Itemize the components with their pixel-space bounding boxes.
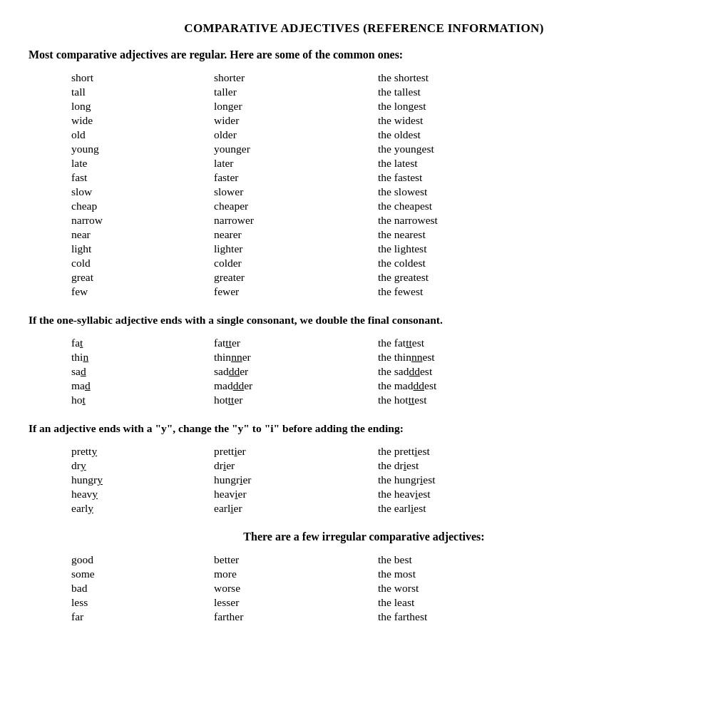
table-row: heavy heavier the heaviest [71, 488, 699, 501]
table-row: pretty prettier the prettiest [71, 445, 699, 458]
superlative-form: the lightest [378, 242, 563, 255]
superlative-form: the hungriest [378, 473, 563, 486]
comparative-form: slower [214, 185, 378, 198]
table-row: narrow narrower the narrowest [71, 214, 699, 227]
base-form: long [71, 100, 214, 113]
comparative-form: longer [214, 100, 378, 113]
table-row: far farther the farthest [71, 610, 699, 623]
rule2: If an adjective ends with a "y", change … [29, 422, 699, 435]
table-row: late later the latest [71, 157, 699, 170]
base-form: slow [71, 185, 214, 198]
table-row: great greater the greatest [71, 271, 699, 284]
base-form: fat [71, 337, 214, 349]
base-form: thin [71, 351, 214, 364]
base-form: hot [71, 394, 214, 406]
double-consonant-table: fat fattter the fatttest thin thinnner t… [71, 337, 699, 406]
base-form: cheap [71, 200, 214, 212]
irregular-title: There are a few irregular comparative ad… [29, 530, 699, 543]
table-row: mad maddder the madddest [71, 379, 699, 392]
superlative-form: the least [378, 596, 563, 609]
base-form: fast [71, 171, 214, 184]
superlative-form: the madddest [378, 379, 563, 392]
base-form: bad [71, 582, 214, 595]
comparative-form: cheaper [214, 200, 378, 212]
base-form: far [71, 610, 214, 623]
comparative-form: fattter [214, 337, 378, 349]
superlative-form: the driest [378, 459, 563, 472]
table-row: early earlier the earliest [71, 502, 699, 515]
table-row: short shorter the shortest [71, 71, 699, 84]
superlative-form: the thinnnest [378, 351, 563, 364]
base-form: mad [71, 379, 214, 392]
superlative-form: the fewest [378, 285, 563, 298]
comparative-form: shorter [214, 71, 378, 84]
comparative-form: heavier [214, 488, 378, 501]
comparative-form: maddder [214, 379, 378, 392]
table-row: some more the most [71, 568, 699, 580]
comparative-form: wider [214, 114, 378, 127]
comparative-form: narrower [214, 214, 378, 227]
base-form: wide [71, 114, 214, 127]
base-form: early [71, 502, 214, 515]
table-row: cheap cheaper the cheapest [71, 200, 699, 212]
table-row: fat fattter the fatttest [71, 337, 699, 349]
table-row: bad worse the worst [71, 582, 699, 595]
comparative-form: lesser [214, 596, 378, 609]
comparative-form: greater [214, 271, 378, 284]
comparative-form: colder [214, 257, 378, 270]
superlative-form: the farthest [378, 610, 563, 623]
table-row: wide wider the widest [71, 114, 699, 127]
comparative-form: fewer [214, 285, 378, 298]
superlative-form: the heaviest [378, 488, 563, 501]
comparative-form: better [214, 553, 378, 566]
superlative-form: the most [378, 568, 563, 580]
table-row: hot hottter the hotttest [71, 394, 699, 406]
base-form: pretty [71, 445, 214, 458]
base-form: dry [71, 459, 214, 472]
table-row: light lighter the lightest [71, 242, 699, 255]
comparative-form: worse [214, 582, 378, 595]
comparative-form: drier [214, 459, 378, 472]
superlative-form: the worst [378, 582, 563, 595]
superlative-form: the cheapest [378, 200, 563, 212]
superlative-form: the sadddest [378, 365, 563, 378]
base-form: sad [71, 365, 214, 378]
table-row: young younger the youngest [71, 143, 699, 155]
comparative-form: earlier [214, 502, 378, 515]
superlative-form: the earliest [378, 502, 563, 515]
section-intro: Most comparative adjectives are regular.… [29, 48, 699, 61]
superlative-form: the narrowest [378, 214, 563, 227]
table-row: fast faster the fastest [71, 171, 699, 184]
table-row: long longer the longest [71, 100, 699, 113]
comparative-form: hungrier [214, 473, 378, 486]
comparative-form: hottter [214, 394, 378, 406]
comparative-form: prettier [214, 445, 378, 458]
base-form: young [71, 143, 214, 155]
y-adjectives-table: pretty prettier the prettiest dry drier … [71, 445, 699, 515]
base-form: heavy [71, 488, 214, 501]
base-form: near [71, 228, 214, 241]
superlative-form: the hotttest [378, 394, 563, 406]
base-form: few [71, 285, 214, 298]
table-row: thin thinnner the thinnnest [71, 351, 699, 364]
irregular-adjectives-table: good better the best some more the most … [71, 553, 699, 623]
regular-adjectives-table: short shorter the shortest tall taller t… [71, 71, 699, 298]
comparative-form: younger [214, 143, 378, 155]
base-form: great [71, 271, 214, 284]
superlative-form: the fatttest [378, 337, 563, 349]
comparative-form: faster [214, 171, 378, 184]
superlative-form: the latest [378, 157, 563, 170]
base-form: tall [71, 86, 214, 98]
rule1: If the one-syllabic adjective ends with … [29, 314, 699, 327]
base-form: old [71, 128, 214, 141]
superlative-form: the shortest [378, 71, 563, 84]
superlative-form: the best [378, 553, 563, 566]
base-form: cold [71, 257, 214, 270]
base-form: light [71, 242, 214, 255]
table-row: good better the best [71, 553, 699, 566]
table-row: few fewer the fewest [71, 285, 699, 298]
page-title: COMPARATIVE ADJECTIVES (REFERENCE INFORM… [29, 21, 699, 36]
superlative-form: the greatest [378, 271, 563, 284]
table-row: near nearer the nearest [71, 228, 699, 241]
superlative-form: the widest [378, 114, 563, 127]
